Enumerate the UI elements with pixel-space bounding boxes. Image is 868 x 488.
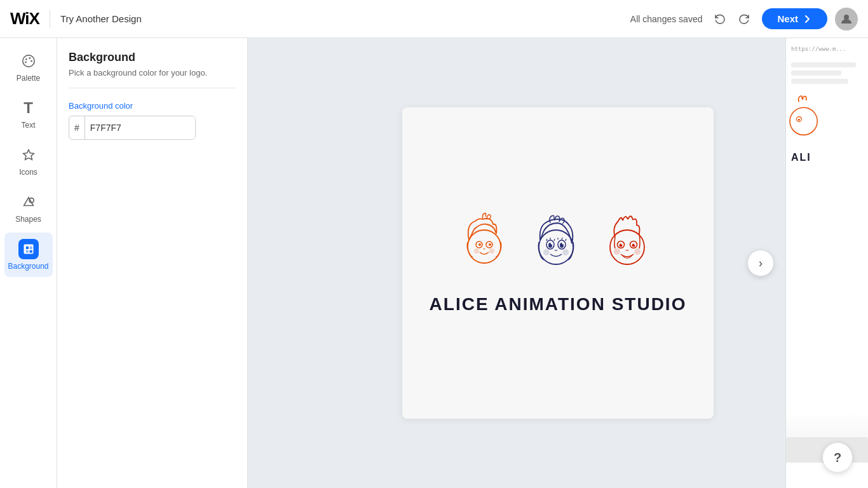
svg-point-25 — [551, 243, 553, 245]
svg-point-27 — [543, 249, 550, 255]
svg-point-0 — [844, 15, 849, 20]
svg-point-13 — [468, 230, 501, 263]
preview-character-partial — [786, 92, 831, 149]
sidebar-item-text[interactable]: T Text — [4, 92, 53, 136]
svg-point-38 — [790, 107, 817, 135]
main-layout: Palette T Text Icons Shapes — [0, 38, 868, 488]
wix-logo: WiX — [10, 9, 39, 29]
shapes-icon — [18, 192, 39, 212]
character-2-svg — [526, 212, 590, 281]
palette-label: Palette — [17, 74, 40, 83]
text-icon: T — [18, 98, 39, 118]
background-icon — [18, 239, 39, 259]
right-preview-panel: https://www.m... ALI — [785, 38, 868, 488]
background-panel: Background Pick a background color for y… — [57, 38, 248, 488]
color-text-input[interactable] — [85, 116, 196, 139]
panel-title: Background — [69, 51, 236, 64]
next-preview-button[interactable]: › — [747, 250, 774, 276]
svg-point-3 — [29, 57, 31, 59]
topbar-right: All changes saved Next — [630, 8, 858, 30]
field-label: Background color — [69, 101, 236, 111]
svg-rect-9 — [25, 247, 28, 249]
svg-point-34 — [621, 243, 623, 245]
topbar-title: Try Another Design — [60, 13, 630, 24]
preview-url: https://www.m... — [786, 38, 868, 55]
svg-point-2 — [25, 58, 27, 60]
svg-point-26 — [562, 243, 564, 245]
svg-point-40 — [798, 119, 800, 121]
undo-button[interactable] — [710, 9, 730, 29]
svg-point-20 — [539, 230, 573, 264]
topbar-divider — [50, 10, 50, 28]
svg-point-18 — [474, 248, 479, 254]
palette-icon — [18, 51, 39, 71]
character-3-svg — [596, 212, 660, 281]
sidebar-item-icons[interactable]: Icons — [4, 139, 53, 183]
preview-partial-text: ALI — [786, 149, 868, 166]
panel-subtitle: Pick a background color for your logo. — [69, 68, 236, 88]
svg-point-17 — [489, 243, 491, 246]
logo-illustration — [456, 212, 660, 281]
logo-card: ALICE ANIMATION STUDIO — [402, 107, 714, 419]
sidebar-item-palette[interactable]: Palette — [4, 44, 53, 89]
character-1-svg — [456, 212, 520, 281]
svg-point-28 — [562, 249, 569, 255]
svg-rect-10 — [29, 247, 32, 249]
user-avatar-button[interactable] — [835, 8, 858, 30]
svg-point-19 — [489, 248, 494, 254]
color-input-row: # — [69, 116, 196, 140]
icons-icon — [18, 145, 39, 165]
color-hash: # — [69, 116, 85, 139]
shapes-label: Shapes — [15, 215, 41, 224]
svg-point-1 — [22, 55, 34, 67]
icons-label: Icons — [19, 168, 37, 177]
changes-saved: All changes saved — [630, 14, 703, 24]
sidebar-item-shapes[interactable]: Shapes — [4, 186, 53, 230]
redo-button[interactable] — [734, 9, 754, 29]
svg-point-37 — [634, 248, 641, 255]
svg-point-36 — [614, 248, 620, 255]
sidebar-item-background[interactable]: Background — [4, 233, 53, 277]
svg-point-16 — [478, 243, 481, 246]
logo-text: ALICE ANIMATION STUDIO — [430, 294, 687, 315]
text-label: Text — [21, 121, 35, 130]
help-button[interactable]: ? — [822, 442, 853, 473]
undo-redo-group — [710, 9, 754, 29]
canvas-area: ALICE ANIMATION STUDIO https://www.m... — [248, 38, 868, 488]
topbar: WiX Try Another Design All changes saved… — [0, 0, 868, 38]
svg-point-4 — [31, 60, 32, 62]
icon-sidebar: Palette T Text Icons Shapes — [0, 38, 57, 488]
next-button[interactable]: Next — [762, 8, 827, 29]
background-label: Background — [8, 262, 48, 271]
svg-point-5 — [25, 61, 27, 63]
svg-point-35 — [634, 243, 635, 245]
svg-rect-12 — [29, 250, 32, 253]
svg-rect-11 — [25, 250, 28, 253]
svg-marker-6 — [23, 150, 34, 160]
